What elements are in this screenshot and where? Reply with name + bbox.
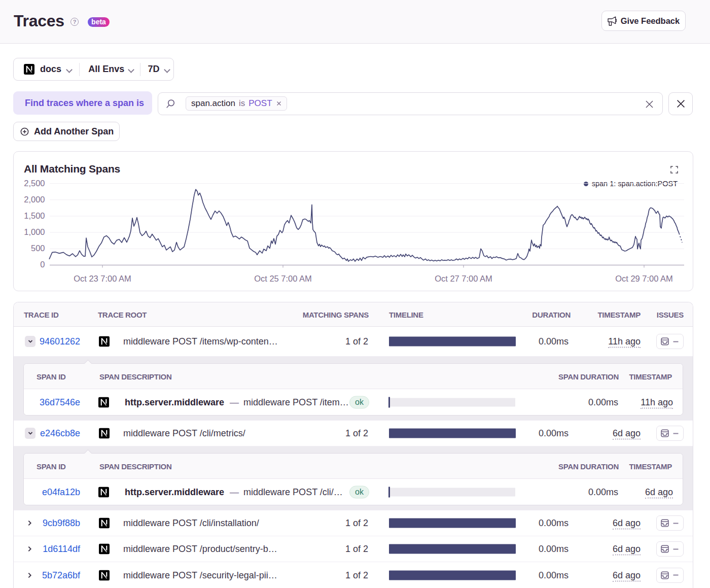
svg-text:Oct 25 7:00 AM: Oct 25 7:00 AM <box>254 274 312 283</box>
svg-text:1,500: 1,500 <box>24 211 45 220</box>
svg-text:0: 0 <box>40 260 45 269</box>
svg-text:500: 500 <box>31 244 45 253</box>
svg-text:2,000: 2,000 <box>24 195 45 204</box>
svg-text:Oct 23 7:00 AM: Oct 23 7:00 AM <box>74 274 131 283</box>
svg-text:1,000: 1,000 <box>24 227 45 236</box>
svg-text:Oct 29 7:00 AM: Oct 29 7:00 AM <box>615 274 673 283</box>
svg-text:2,500: 2,500 <box>24 179 45 188</box>
svg-text:Oct 27 7:00 AM: Oct 27 7:00 AM <box>435 274 492 283</box>
